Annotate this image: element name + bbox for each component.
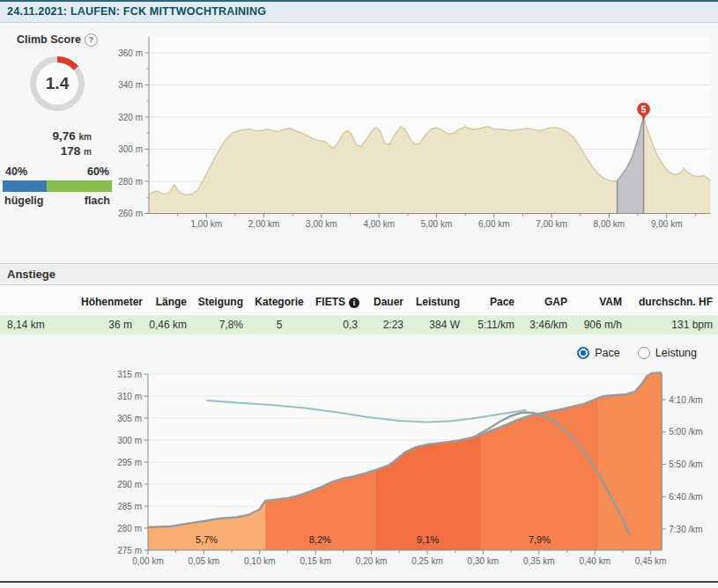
column-header-Steigung: Steigung [192, 286, 248, 314]
column-header-Pace: Pace [465, 286, 520, 314]
x-tick-label: 9,00 km [651, 219, 683, 229]
x-tick-label: 7,00 km [536, 219, 567, 229]
fiets-info-icon[interactable]: i [349, 298, 359, 308]
x-tick-label: 0,10 km [244, 556, 276, 566]
y-tick-label: 260 m [118, 209, 143, 218]
page-title: 24.11.2021: LAUFEN: FCK MITTWOCHTRAINING [0, 2, 718, 18]
terrain-split-labels: hügelig flach [0, 195, 115, 207]
climb-score-value: 1.4 [30, 56, 85, 111]
y-tick-label: 320 m [118, 113, 143, 122]
climb-cell: 36 m [76, 314, 137, 334]
pace-radio-label: Pace [595, 347, 620, 359]
elevation-tick-label: 315 m [117, 370, 142, 379]
pace-tick-label: 5:00 /km [669, 427, 702, 437]
climb-score-title: Climb Score [17, 33, 81, 46]
x-tick-label: 4,00 km [363, 219, 395, 229]
x-tick-label: 2,00 km [248, 219, 280, 229]
terrain-split-percentages: 40% 60% [0, 165, 115, 178]
x-tick-label: 5,00 km [421, 219, 453, 229]
climb-row[interactable]: 8,14 km36 m0,46 km7,8%50,32:23384 W5:11/… [0, 314, 718, 334]
climbs-table-section: HöhenmeterLängeSteigungKategorieFIETSiDa… [0, 286, 718, 334]
column-header-Höhenmeter: Höhenmeter [76, 286, 137, 314]
segment-grade-label: 7,9% [529, 534, 551, 545]
climb-cell: 5 [248, 314, 310, 334]
hilly-label: hügelig [4, 195, 43, 207]
climb-cell: 0,46 km [137, 314, 192, 334]
x-tick-label: 8,00 km [594, 219, 625, 229]
x-tick-label: 1,00 km [191, 219, 223, 229]
flat-percent: 60% [87, 165, 109, 178]
x-tick-label: 0,20 km [356, 556, 388, 566]
leistung-radio-button[interactable] [638, 347, 650, 359]
climb-score-panel: Climb Score? 1.4 9,76 km 178 m 40% 60% h… [0, 23, 115, 262]
hilly-bar-segment [3, 180, 47, 192]
climb-cell: 3:46/km [520, 314, 573, 334]
pace-tick-label: 7:30 /km [669, 525, 702, 534]
pace-tick-label: 4:10 /km [669, 395, 702, 405]
y-tick-label: 340 m [118, 80, 143, 90]
column-header-Dauer: Dauer [363, 286, 409, 314]
y-tick-label: 300 m [118, 144, 143, 154]
column-header-Leistung: Leistung [409, 286, 465, 314]
x-tick-label: 0,30 km [468, 556, 500, 566]
terrain-split-bar [3, 180, 112, 192]
climb-cell: 2:23 [363, 314, 409, 334]
column-header-FIETS: FIETSi [310, 286, 363, 314]
anstiege-section-header: Anstiege [0, 263, 718, 285]
pace-radio-option[interactable]: Pace [577, 347, 620, 359]
climb-cell: 384 W [409, 314, 465, 334]
x-tick-label: 6,00 km [478, 219, 510, 229]
marker-number: 5 [641, 105, 647, 114]
elevation-profile-chart: 360 m340 m320 m300 m280 m260 m1,00 km2,0… [117, 26, 718, 238]
leistung-radio-option[interactable]: Leistung [638, 347, 697, 359]
total-elevation: 178 m [0, 144, 115, 158]
elevation-tick-label: 295 m [117, 458, 142, 467]
total-distance: 9,76 km [0, 129, 115, 143]
x-tick-label: 0,25 km [411, 556, 443, 566]
x-tick-label: 3,00 km [306, 219, 337, 229]
climbs-table: HöhenmeterLängeSteigungKategorieFIETSiDa… [0, 286, 718, 334]
y-tick-label: 280 m [118, 177, 143, 187]
column-header-start [0, 286, 76, 314]
column-header-Kategorie: Kategorie [248, 286, 310, 314]
x-tick-label: 0,45 km [635, 556, 667, 566]
segment-grade-label: 9,1% [417, 534, 439, 545]
pace-tick-label: 6:40 /km [669, 492, 702, 502]
x-tick-label: 0,00 km [132, 556, 164, 566]
climb-cell: 7,8% [192, 314, 248, 334]
climb-detail-chart: 5,7%8,2%9,1%7,9%315 m310 m305 m300 m295 … [110, 368, 718, 577]
elevation-tick-label: 290 m [117, 480, 142, 489]
elevation-tick-label: 275 m [117, 546, 142, 555]
page-header: 24.11.2021: LAUFEN: FCK MITTWOCHTRAINING [0, 0, 718, 23]
flat-label: flach [85, 195, 110, 207]
segment-grade-label: 5,7% [196, 534, 218, 545]
elevation-tick-label: 300 m [117, 436, 142, 445]
elevation-tick-label: 280 m [117, 524, 142, 533]
gradient-segment[interactable] [598, 373, 662, 551]
segment-grade-label: 8,2% [309, 534, 331, 545]
climb-cell: 0,3 [310, 314, 363, 334]
series-toggle: Pace Leistung [577, 347, 697, 359]
app-root: 24.11.2021: LAUFEN: FCK MITTWOCHTRAINING… [0, 0, 718, 588]
x-tick-label: 0,40 km [579, 556, 611, 566]
y-tick-label: 360 m [118, 48, 143, 58]
elevation-tick-label: 285 m [117, 502, 142, 511]
pace-radio-button[interactable] [577, 347, 589, 359]
column-header-Länge: Länge [137, 286, 192, 314]
anstiege-section-title: Anstiege [0, 264, 718, 281]
x-tick-label: 0,15 km [300, 556, 331, 566]
elevation-tick-label: 305 m [117, 414, 142, 423]
x-tick-label: 0,05 km [189, 556, 220, 566]
flat-bar-segment [47, 180, 112, 192]
pace-tick-label: 5:50 /km [669, 459, 702, 469]
elevation-tick-label: 310 m [117, 392, 142, 401]
column-header-VAM: VAM [573, 286, 627, 314]
column-header-GAP: GAP [520, 286, 573, 314]
column-header-durchschn. HF: durchschn. HF [627, 286, 718, 314]
climb-score-title-row: Climb Score? [0, 33, 115, 47]
bottom-divider [0, 581, 718, 583]
climb-score-gauge: 1.4 [30, 56, 85, 111]
climb-cell: 906 m/h [573, 314, 627, 334]
hilly-percent: 40% [5, 165, 27, 178]
help-icon[interactable]: ? [85, 33, 98, 47]
